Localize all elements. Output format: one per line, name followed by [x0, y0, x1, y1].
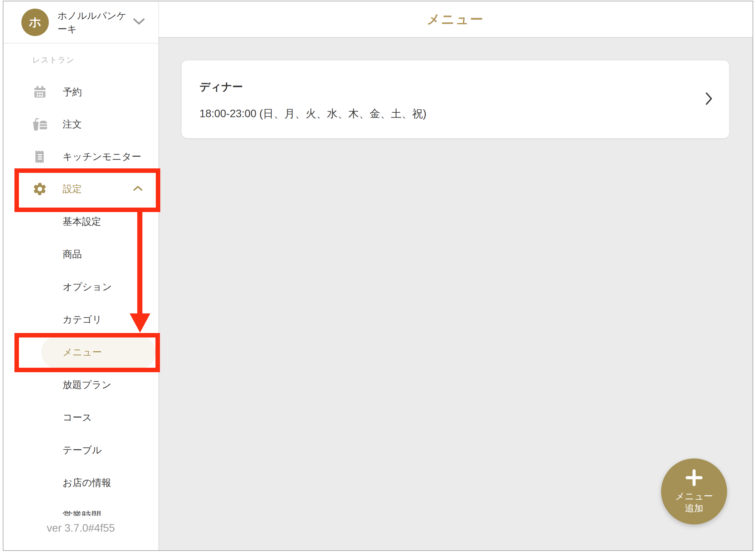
version-label: ver 3.7.0#4f55	[3, 516, 158, 550]
menu-list: ディナー 18:00-23:00 (日、月、火、水、木、金、土、祝)	[158, 60, 753, 138]
calendar-icon	[32, 85, 47, 99]
plus-icon	[685, 469, 703, 488]
gear-icon	[32, 181, 47, 197]
receipt-icon	[32, 150, 47, 164]
sidebar-subitem-options[interactable]: オプション	[3, 270, 158, 303]
sidebar-item-orders[interactable]: 注文	[3, 108, 158, 141]
subitem-label: テーブル	[63, 444, 102, 457]
main-content: メニュー ディナー 18:00-23:00 (日、月、火、水、木、金、土、祝)	[158, 1, 753, 550]
sidebar-subitem-course[interactable]: コース	[3, 401, 158, 434]
sidebar-item-label: キッチンモニター	[63, 150, 141, 163]
subitem-label: コース	[63, 411, 92, 424]
account-switcher[interactable]: ホ ホノルルパンケーキ	[3, 1, 158, 44]
fab-label-line2: 追加	[685, 502, 703, 514]
subitem-label: カテゴリ	[63, 313, 102, 326]
subitem-label: オプション	[63, 280, 112, 293]
sidebar-item-label: 予約	[63, 86, 82, 99]
sidebar-item-label: 設定	[63, 182, 82, 196]
sidebar-item-label: 注文	[63, 118, 82, 131]
chevron-down-icon	[133, 18, 145, 27]
sidebar-subitem-categories[interactable]: カテゴリ	[3, 303, 158, 336]
subitem-label: 放題プラン	[63, 378, 111, 391]
chevron-up-icon	[133, 185, 143, 193]
menu-name: ディナー	[199, 80, 684, 94]
avatar-initial: ホ	[29, 14, 42, 31]
sidebar: ホ ホノルルパンケーキ レストラン	[3, 1, 159, 550]
sidebar-subitem-products[interactable]: 商品	[3, 238, 158, 270]
page-title: メニュー	[427, 11, 484, 28]
sidebar-subitem-all-you-can-eat-plan[interactable]: 放題プラン	[3, 368, 158, 401]
menu-card-dinner[interactable]: ディナー 18:00-23:00 (日、月、火、水、木、金、土、祝)	[182, 60, 729, 138]
sidebar-subitem-tables[interactable]: テーブル	[3, 434, 158, 466]
section-label-restaurant: レストラン	[3, 44, 158, 76]
subitem-label: 商品	[63, 248, 82, 261]
subitem-label: お店の情報	[63, 476, 111, 489]
fab-label-line1: メニュー	[675, 490, 713, 502]
add-menu-button[interactable]: メニュー 追加	[661, 458, 727, 524]
subitem-label: 基本設定	[63, 215, 101, 228]
sidebar-item-settings[interactable]: 設定	[3, 173, 158, 205]
sidebar-item-reservations[interactable]: 予約	[3, 76, 158, 108]
fastfood-icon	[32, 118, 47, 131]
avatar: ホ	[21, 9, 49, 36]
sidebar-subitem-menu[interactable]: メニュー	[3, 336, 158, 368]
menu-schedule: 18:00-23:00 (日、月、火、水、木、金、土、祝)	[199, 107, 684, 121]
sidebar-subitem-shop-info[interactable]: お店の情報	[3, 466, 158, 499]
sidebar-subitem-basic-settings[interactable]: 基本設定	[3, 205, 158, 238]
chevron-right-icon	[705, 92, 713, 107]
app-window: ホ ホノルルパンケーキ レストラン	[3, 1, 753, 551]
restaurant-name: ホノルルパンケーキ	[57, 9, 133, 36]
subitem-label: メニュー	[63, 346, 102, 359]
sidebar-nav: レストラン 予約	[3, 44, 158, 532]
sidebar-item-kitchen-monitor[interactable]: キッチンモニター	[3, 141, 158, 173]
page-header: メニュー	[158, 1, 753, 38]
